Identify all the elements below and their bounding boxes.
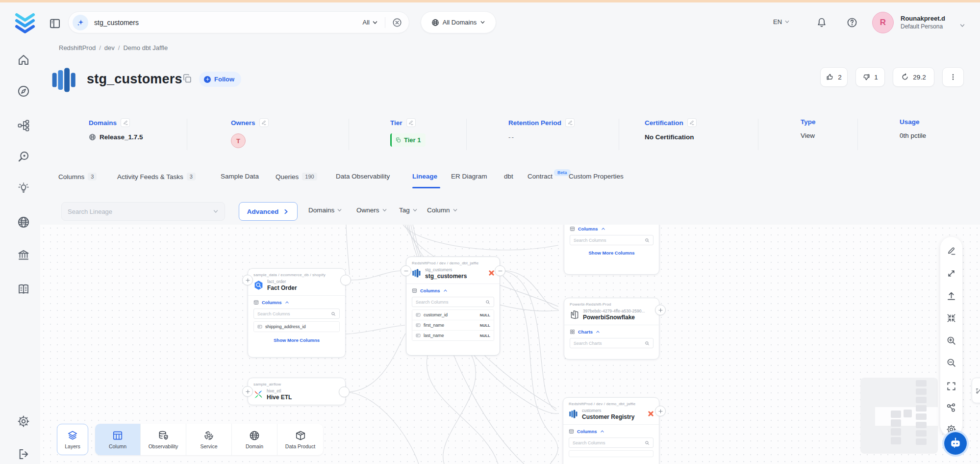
column-row[interactable]: last_name NULL xyxy=(412,330,494,340)
more-actions-button[interactable] xyxy=(942,67,964,87)
filter-domains[interactable]: Domains xyxy=(308,206,342,214)
notifications-bell-icon[interactable] xyxy=(816,17,827,28)
tab-queries[interactable]: Queries190 xyxy=(276,173,317,180)
filter-tag[interactable]: Tag xyxy=(399,206,418,214)
glossary-book-icon[interactable] xyxy=(17,283,30,296)
node-search-charts[interactable]: Search Charts xyxy=(570,338,653,348)
base-node-marker-icon[interactable] xyxy=(648,411,654,417)
lineage-canvas[interactable]: Columns Search Columns Show More Columns… xyxy=(40,225,980,464)
expand-upstream-port[interactable] xyxy=(242,275,253,285)
user-avatar[interactable]: R xyxy=(872,12,894,33)
tab-dbt[interactable]: dbt xyxy=(504,173,513,180)
domains-value[interactable]: Release_1.7.5 xyxy=(89,133,143,141)
follow-button[interactable]: Follow xyxy=(199,72,241,87)
expand-upstream-port[interactable] xyxy=(242,386,253,397)
filter-column[interactable]: Column xyxy=(427,206,458,214)
settings-gear-icon[interactable] xyxy=(17,414,30,428)
collapse-downstream-port[interactable] xyxy=(495,265,505,276)
discover-compass-icon[interactable] xyxy=(17,84,30,98)
lineage-minimap[interactable] xyxy=(860,378,938,454)
tier-badge[interactable]: Tier 1 xyxy=(390,133,426,147)
user-menu-chevron-icon[interactable] xyxy=(959,21,965,29)
expand-downstream-port[interactable] xyxy=(655,305,666,315)
node-search-columns[interactable]: Search Columns xyxy=(570,235,653,245)
lineage-flow-icon[interactable] xyxy=(17,119,30,132)
language-selector[interactable]: EN xyxy=(773,18,790,26)
clear-search-icon[interactable] xyxy=(392,18,402,27)
layers-button[interactable]: Layers xyxy=(57,424,88,455)
global-search-bar[interactable]: All xyxy=(68,11,409,33)
column-row[interactable]: shipping_address_id xyxy=(254,322,339,332)
sidebar-toggle-icon[interactable] xyxy=(49,18,62,29)
filter-owners[interactable]: Owners xyxy=(356,206,387,214)
columns-section-toggle[interactable]: Columns xyxy=(564,225,659,233)
breadcrumb-schema[interactable]: Demo dbt Jaffle xyxy=(123,44,168,52)
logout-icon[interactable] xyxy=(17,447,30,461)
upvote-button[interactable]: 2 xyxy=(820,67,848,87)
tab-contract[interactable]: Contract xyxy=(528,173,553,180)
tab-custom-properties[interactable]: Custom Properties xyxy=(569,173,624,180)
zoom-out-icon[interactable] xyxy=(946,358,956,368)
domains-globe-icon[interactable] xyxy=(17,215,30,229)
home-icon[interactable] xyxy=(17,53,30,67)
tab-columns[interactable]: Columns3 xyxy=(58,173,97,180)
popularity-score-button[interactable]: 29.2 xyxy=(893,67,934,87)
edit-retention-icon[interactable] xyxy=(565,118,575,127)
ai-copilot-button[interactable] xyxy=(942,430,969,457)
columns-section-toggle[interactable]: Columns xyxy=(563,425,659,436)
tab-data-observability[interactable]: Data Observability xyxy=(336,173,390,180)
column-row[interactable]: first_name NULL xyxy=(412,320,494,330)
edit-certification-icon[interactable] xyxy=(687,118,697,127)
global-search-input[interactable] xyxy=(94,19,363,26)
node-search-columns[interactable]: Search Columns xyxy=(569,438,653,448)
observability-search-icon[interactable] xyxy=(17,150,30,164)
show-more-columns-link[interactable]: Show More Columns xyxy=(248,335,345,347)
tab-activity-feeds-tasks[interactable]: Activity Feeds & Tasks3 xyxy=(117,173,196,180)
zoom-in-icon[interactable] xyxy=(946,335,956,346)
search-scope-dropdown[interactable]: All xyxy=(363,19,378,26)
all-domains-filter[interactable]: All Domains xyxy=(421,11,496,33)
mode-data-product[interactable]: Data Product xyxy=(277,424,323,455)
connector-port[interactable] xyxy=(340,275,351,285)
tab-sample-data[interactable]: Sample Data xyxy=(221,173,259,180)
help-icon[interactable] xyxy=(847,17,857,28)
lineage-node-fact-order[interactable]: sample_data / ecommerce_db / shopify fac… xyxy=(248,268,346,358)
expand-downstream-port[interactable] xyxy=(655,406,666,416)
advanced-filters-button[interactable]: Advanced xyxy=(239,202,298,221)
owner-avatar[interactable]: T xyxy=(231,133,246,148)
breadcrumb-connection[interactable]: RedshiftProd xyxy=(59,44,96,52)
node-search-columns[interactable]: Search Columns xyxy=(253,309,340,319)
user-menu[interactable]: Rounakpreet.d Default Persona xyxy=(901,14,945,31)
mode-observability[interactable]: Observability xyxy=(141,424,186,455)
columns-section-toggle[interactable]: Columns xyxy=(248,296,345,307)
edit-owners-icon[interactable] xyxy=(259,118,269,127)
charts-section-toggle[interactable]: Charts xyxy=(564,325,659,336)
connector-port[interactable] xyxy=(339,387,350,397)
edit-lineage-icon[interactable] xyxy=(946,246,956,256)
mode-domain[interactable]: Domain xyxy=(232,424,277,455)
edit-domains-icon[interactable] xyxy=(121,118,130,127)
copy-link-icon[interactable] xyxy=(182,74,193,84)
downvote-button[interactable]: 1 xyxy=(855,67,885,87)
link-nodes-icon[interactable] xyxy=(946,403,956,413)
tab-lineage[interactable]: Lineage xyxy=(412,173,437,180)
collapsed-lineage-card[interactable] xyxy=(972,378,980,403)
search-lineage-select[interactable]: Search Lineage xyxy=(61,202,225,221)
mode-service[interactable]: Service xyxy=(186,424,232,455)
columns-section-toggle[interactable]: Columns xyxy=(406,284,500,295)
lineage-node-stg-customers[interactable]: RedshiftProd / dev / demo_dbt_jaffle stg… xyxy=(406,257,500,356)
governance-bank-icon[interactable] xyxy=(17,248,30,262)
base-node-marker-icon[interactable] xyxy=(488,270,495,276)
lineage-node-partial[interactable]: Columns Search Columns Show More Columns xyxy=(564,225,659,275)
tab-er-diagram[interactable]: ER Diagram xyxy=(451,173,487,180)
resize-icon[interactable] xyxy=(946,268,956,279)
breadcrumb-database[interactable]: dev xyxy=(104,44,115,52)
collapse-all-icon[interactable] xyxy=(946,313,956,323)
mode-column[interactable]: Column xyxy=(95,424,141,455)
fullscreen-icon[interactable] xyxy=(946,381,956,391)
insights-bulb-icon[interactable] xyxy=(17,181,30,195)
edit-tier-icon[interactable] xyxy=(406,118,416,127)
lineage-node-powerbi-snowflake[interactable]: Powerbi-Redshift-Prod 397bebdc-4279-4ffe… xyxy=(564,298,659,360)
atlan-logo[interactable] xyxy=(14,12,36,33)
lineage-node-customer-registry[interactable]: RedshiftProd / dev / demo_dbt_jaffle cus… xyxy=(563,397,659,464)
